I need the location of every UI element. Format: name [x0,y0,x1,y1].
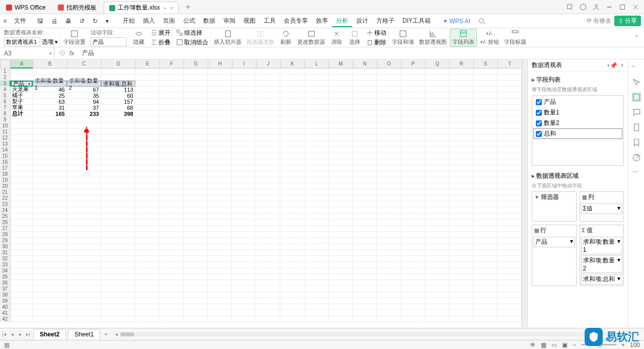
area-chip[interactable]: 求和项:数量1▾ [581,237,623,254]
cell[interactable] [304,226,329,232]
options-button[interactable]: 选项▾ [42,37,58,46]
cell[interactable] [304,111,329,117]
cell[interactable] [232,250,256,256]
cell[interactable] [449,220,473,226]
cell[interactable] [184,310,208,316]
cell[interactable] [184,232,208,238]
cell[interactable] [353,250,377,256]
ungroup-button[interactable]: 取消组合 [176,38,208,47]
col-header[interactable]: R [449,59,473,68]
cell[interactable] [208,129,232,135]
cell[interactable] [11,304,33,310]
row-header[interactable]: 7 [0,105,11,111]
row-header[interactable]: 35 [0,274,11,280]
cell[interactable] [33,262,67,268]
cell[interactable] [208,207,232,214]
cell[interactable] [449,141,473,147]
menu-数据[interactable]: 数据 [199,17,219,24]
cell[interactable] [159,286,184,292]
cell[interactable] [101,153,135,159]
col-header[interactable]: L [304,59,329,68]
cell[interactable] [159,280,184,286]
cell[interactable] [256,220,280,226]
cell[interactable] [498,244,522,250]
area-chip[interactable]: 求和项:总和▾ [581,274,623,285]
cell[interactable] [101,310,135,316]
cell[interactable] [449,195,473,201]
cell[interactable] [329,68,353,75]
cell[interactable] [425,87,449,93]
cell[interactable] [135,274,159,280]
cell[interactable] [33,117,67,123]
cell[interactable] [33,195,67,201]
chat-icon[interactable] [632,108,641,117]
cell[interactable] [256,87,280,93]
cell[interactable] [473,68,498,75]
cell[interactable] [67,147,101,153]
row-header[interactable]: 25 [0,214,11,220]
cell[interactable] [256,68,280,75]
cell[interactable] [33,123,67,129]
cell[interactable] [401,268,425,274]
cell[interactable] [449,189,473,195]
cell[interactable] [473,129,498,135]
cell[interactable] [473,153,498,159]
sheet-tab[interactable]: Sheet1 [68,329,100,339]
cell[interactable] [256,304,280,310]
cell[interactable] [304,220,329,226]
row-header[interactable]: 30 [0,244,11,250]
cell[interactable] [232,280,256,286]
menu-会员专享[interactable]: 会员专享 [280,17,312,24]
cell[interactable] [425,99,449,105]
cell[interactable] [329,141,353,147]
cell[interactable] [67,244,101,250]
help-icon[interactable]: ? [632,153,641,162]
menu-审阅[interactable]: 审阅 [219,17,239,24]
cell[interactable] [135,165,159,171]
cell[interactable] [208,280,232,286]
cell[interactable] [232,68,256,75]
cell[interactable] [353,207,377,214]
cell[interactable] [498,141,522,147]
cell[interactable] [353,220,377,226]
cell[interactable] [135,256,159,262]
cell[interactable] [67,274,101,280]
cell[interactable] [425,316,449,322]
cell[interactable] [11,280,33,286]
cell[interactable] [425,226,449,232]
cell[interactable] [449,159,473,165]
cell[interactable] [208,232,232,238]
cell[interactable] [232,262,256,268]
cell[interactable] [67,238,101,244]
cell[interactable] [329,201,353,207]
cell[interactable] [256,111,280,117]
cell[interactable] [473,159,498,165]
cell[interactable] [449,99,473,105]
row-header[interactable]: 28 [0,232,11,238]
cell[interactable] [208,68,232,75]
cell[interactable] [353,171,377,177]
cell[interactable] [256,129,280,135]
cell[interactable] [184,99,208,105]
cell[interactable] [401,195,425,201]
cell[interactable] [184,286,208,292]
col-header[interactable]: I [232,59,256,68]
hide-button[interactable]: 隐藏 [130,29,147,47]
cell[interactable] [498,280,522,286]
cell[interactable] [159,153,184,159]
menu-视图[interactable]: 视图 [239,17,260,24]
bookmark-icon[interactable] [632,138,641,147]
cell[interactable] [449,268,473,274]
cell[interactable] [256,195,280,201]
cell[interactable] [449,316,473,322]
cell[interactable] [377,262,401,268]
cell[interactable] [256,171,280,177]
cell[interactable] [159,129,184,135]
cell[interactable] [498,129,522,135]
cell[interactable] [135,195,159,201]
cell[interactable] [377,201,401,207]
cell[interactable] [67,123,101,129]
cell[interactable] [329,220,353,226]
cell[interactable] [425,286,449,292]
cell[interactable] [280,141,304,147]
